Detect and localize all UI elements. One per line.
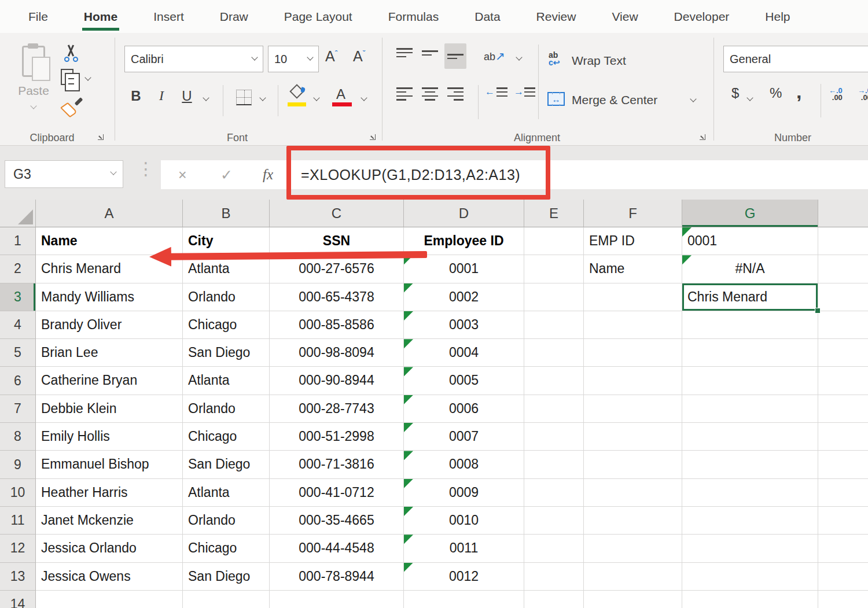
row-header-7[interactable]: 7	[0, 395, 36, 423]
select-all-button[interactable]	[0, 200, 36, 227]
cell-D4[interactable]: 0003	[404, 311, 524, 339]
cell-H6[interactable]	[818, 367, 868, 395]
row-header-6[interactable]: 6	[0, 367, 36, 395]
fill-handle[interactable]	[815, 308, 821, 314]
align-top-button[interactable]	[393, 45, 415, 68]
cell-D7[interactable]: 0006	[404, 395, 524, 423]
row-header-13[interactable]: 13	[0, 563, 36, 591]
cell-B13[interactable]: San Diego	[183, 563, 270, 591]
cell-E10[interactable]	[524, 479, 584, 507]
cell-E11[interactable]	[524, 507, 584, 535]
cell-B9[interactable]: San Diego	[183, 451, 270, 478]
cell-F13[interactable]	[584, 563, 682, 591]
fill-color-button[interactable]	[288, 85, 306, 102]
borders-dropdown-icon[interactable]	[259, 94, 266, 101]
cell-A12[interactable]: Jessica Orlando	[36, 535, 183, 562]
cell-E13[interactable]	[524, 563, 584, 591]
cell-A4[interactable]: Brandy Oliver	[36, 311, 183, 339]
cell-G6[interactable]	[682, 367, 818, 395]
cell-E4[interactable]	[524, 311, 584, 339]
cell-H12[interactable]	[818, 535, 868, 562]
font-color-button[interactable]: A	[336, 86, 345, 102]
cell-C4[interactable]: 000-85-8586	[270, 311, 404, 339]
cell-F8[interactable]	[584, 423, 682, 451]
cell-H14[interactable]	[818, 591, 868, 608]
orientation-button[interactable]: ab↗	[484, 49, 505, 63]
cell-B8[interactable]: Chicago	[183, 423, 270, 451]
cell-H13[interactable]	[818, 563, 868, 591]
cell-D6[interactable]: 0005	[404, 367, 524, 395]
cell-H8[interactable]	[818, 423, 868, 451]
merge-center-dropdown-icon[interactable]	[690, 95, 696, 102]
cell-D14[interactable]	[404, 591, 524, 608]
copy-dropdown-icon[interactable]	[84, 74, 91, 80]
cell-D13[interactable]: 0012	[404, 563, 524, 591]
borders-button[interactable]	[236, 90, 252, 105]
cell-F6[interactable]	[584, 367, 682, 395]
cell-A11[interactable]: Janet Mckenzie	[36, 507, 183, 535]
align-left-button[interactable]	[393, 83, 415, 106]
column-header-B[interactable]: B	[183, 200, 270, 227]
row-header-4[interactable]: 4	[0, 311, 36, 339]
cell-E14[interactable]	[524, 591, 584, 608]
underline-button[interactable]: U	[177, 88, 197, 104]
cell-E1[interactable]	[524, 227, 584, 255]
cell-C10[interactable]: 000-41-0712	[270, 479, 404, 507]
tab-file[interactable]: File	[10, 0, 66, 33]
cell-E9[interactable]	[524, 451, 584, 478]
cell-E6[interactable]	[524, 367, 584, 395]
percent-style-button[interactable]: %	[770, 85, 782, 101]
cell-F4[interactable]	[584, 311, 682, 339]
name-box-dropdown-icon[interactable]	[110, 168, 116, 175]
cell-F3[interactable]	[584, 283, 682, 311]
row-header-1[interactable]: 1	[0, 227, 36, 255]
font-dialog-launcher[interactable]	[369, 134, 377, 141]
cell-C3[interactable]: 000-65-4378	[270, 283, 404, 311]
cell-E5[interactable]	[524, 339, 584, 367]
align-bottom-button[interactable]	[444, 43, 466, 69]
comma-style-button[interactable]: ,	[796, 80, 801, 103]
cell-H1[interactable]	[818, 227, 868, 255]
cell-F11[interactable]	[584, 507, 682, 535]
tab-data[interactable]: Data	[457, 0, 518, 33]
cell-G13[interactable]	[682, 563, 818, 591]
font-color-dropdown-icon[interactable]	[361, 94, 367, 101]
cell-A3[interactable]: Mandy Williams	[36, 283, 183, 311]
cell-F12[interactable]	[584, 535, 682, 562]
cell-G1[interactable]: 0001	[682, 227, 818, 255]
cell-A9[interactable]: Emmanuel Bishop	[36, 451, 183, 478]
italic-button[interactable]: I	[152, 88, 171, 104]
cell-G3[interactable]: Chris Menard	[682, 283, 818, 311]
copy-button[interactable]	[61, 69, 73, 85]
cell-B3[interactable]: Orlando	[183, 283, 270, 311]
column-header-E[interactable]: E	[524, 200, 584, 227]
row-header-14[interactable]: 14	[0, 591, 36, 608]
cell-E3[interactable]	[524, 283, 584, 311]
paste-button[interactable]: Paste	[8, 41, 59, 126]
format-painter-button[interactable]	[61, 97, 81, 116]
cell-D9[interactable]: 0008	[404, 451, 524, 478]
cell-C8[interactable]: 000-51-2998	[270, 423, 404, 451]
row-header-11[interactable]: 11	[0, 507, 36, 535]
cell-B6[interactable]: Atlanta	[183, 367, 270, 395]
row-header-9[interactable]: 9	[0, 451, 36, 478]
cell-G4[interactable]	[682, 311, 818, 339]
cell-C14[interactable]	[270, 591, 404, 608]
cell-G9[interactable]	[682, 451, 818, 478]
cell-G11[interactable]	[682, 507, 818, 535]
cell-A7[interactable]: Debbie Klein	[36, 395, 183, 423]
tab-draw[interactable]: Draw	[202, 0, 266, 33]
merge-center-button[interactable]: Merge & Center	[572, 93, 657, 107]
font-size-select[interactable]: 10	[268, 46, 319, 72]
cell-H4[interactable]	[818, 311, 868, 339]
cell-H9[interactable]	[818, 451, 868, 478]
number-format-select[interactable]: General	[723, 46, 868, 72]
cell-F2[interactable]: Name	[584, 255, 682, 283]
column-header-A[interactable]: A	[36, 200, 183, 227]
cell-C11[interactable]: 000-35-4665	[270, 507, 404, 535]
cell-A13[interactable]: Jessica Owens	[36, 563, 183, 591]
cancel-icon[interactable]: ×	[178, 160, 187, 189]
tab-help[interactable]: Help	[747, 0, 808, 33]
cell-C6[interactable]: 000-90-8944	[270, 367, 404, 395]
increase-decimal-button[interactable]: ←.0.00	[829, 87, 843, 101]
